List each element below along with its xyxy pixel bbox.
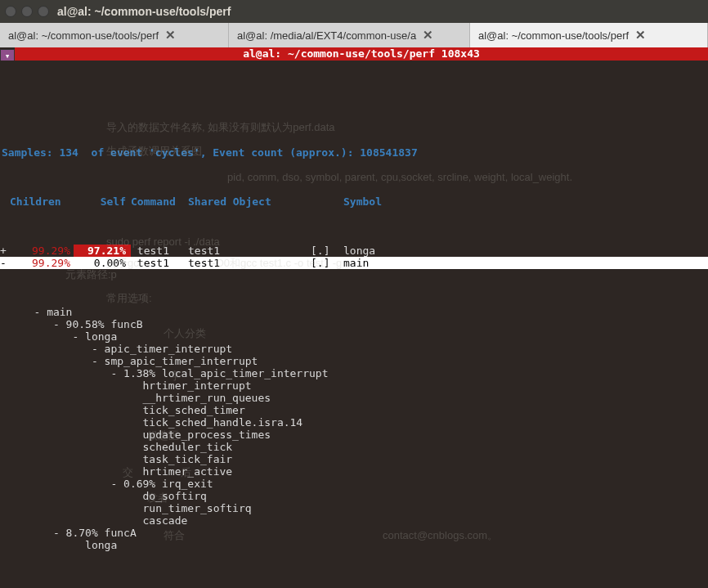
perf-row[interactable]: -99.29%0.00% test1test1[.]main [0, 257, 708, 269]
ghost-text: 导入的数据文件名称, 如果没有则默认为perf.data [106, 121, 335, 133]
perf-row[interactable]: +99.29%97.21% test1test1[.]longa [0, 245, 708, 257]
tree-line[interactable]: task_tick_fair [0, 453, 708, 465]
close-button[interactable] [5, 6, 16, 17]
tree-line[interactable]: hrtimer_interrupt [0, 379, 708, 392]
tree-line[interactable]: - 90.58% funcB [0, 318, 708, 330]
tree-line[interactable]: cascade [0, 514, 708, 527]
close-icon[interactable]: ✕ [165, 28, 176, 43]
close-icon[interactable]: ✕ [423, 28, 433, 43]
ghost-text: 元素路径:p [65, 268, 117, 281]
terminal-content[interactable]: 导入的数据文件名称, 如果没有则默认为perf.data生成函数调用关系图 pi… [0, 61, 708, 588]
tree-line[interactable]: scheduler_tick [0, 441, 708, 453]
tree-line[interactable]: - 8.70% funcA [0, 527, 708, 539]
maximize-button[interactable] [38, 6, 49, 17]
tree-line[interactable]: __hrtimer_run_queues [0, 392, 708, 404]
tree-line[interactable]: longa [0, 539, 708, 551]
ghost-text: pid, comm, dso, symbol, parent, cpu,sock… [106, 171, 572, 183]
tab-label: al@al: ~/common-use/tools/perf [8, 29, 159, 42]
terminal-title-bar: al@al: ~/common-use/tools/perf 108x43 [15, 47, 708, 61]
tree-line[interactable]: - longa [0, 330, 708, 343]
tree-line[interactable]: hrtimer_active [0, 465, 708, 478]
tab-1[interactable]: al@al: /media/al/EXT4/common-use/a ✕ [229, 23, 470, 47]
tab-2[interactable]: al@al: ~/common-use/tools/perf ✕ [470, 23, 708, 47]
ghost-text: 常用选项: [106, 292, 152, 304]
tree-line[interactable]: update_process_times [0, 429, 708, 441]
tree-line[interactable]: - 1.38% local_apic_timer_interrupt [0, 367, 708, 379]
window-controls [5, 6, 49, 17]
tab-bar: al@al: ~/common-use/tools/perf ✕ al@al: … [0, 23, 708, 47]
tree-line[interactable]: do_softirq [0, 490, 708, 502]
tree-line[interactable]: tick_sched_timer [0, 404, 708, 416]
tab-label: al@al: /media/al/EXT4/common-use/a [237, 29, 416, 42]
window-title: al@al: ~/common-use/tools/perf [57, 5, 231, 18]
info-line: Samples: 134 of event 'cycles', Event co… [0, 146, 708, 159]
tree-line[interactable]: tick_sched_handle.isra.14 [0, 416, 708, 429]
tree-line[interactable]: - apic_timer_interrupt [0, 343, 708, 355]
tree-line[interactable]: - 0.69% irq_exit [0, 478, 708, 490]
window-title-bar: al@al: ~/common-use/tools/perf [0, 0, 708, 23]
tab-label: al@al: ~/common-use/tools/perf [478, 29, 629, 42]
tree-line[interactable]: - main [0, 306, 708, 318]
close-icon[interactable]: ✕ [635, 28, 646, 43]
tree-line[interactable]: - smp_apic_timer_interrupt [0, 355, 708, 367]
tree-line[interactable]: run_timer_softirq [0, 502, 708, 514]
column-headers: Children Self Command Shared Object Symb… [0, 195, 708, 208]
minimize-button[interactable] [21, 6, 33, 17]
tab-0[interactable]: al@al: ~/common-use/tools/perf ✕ [0, 23, 229, 47]
